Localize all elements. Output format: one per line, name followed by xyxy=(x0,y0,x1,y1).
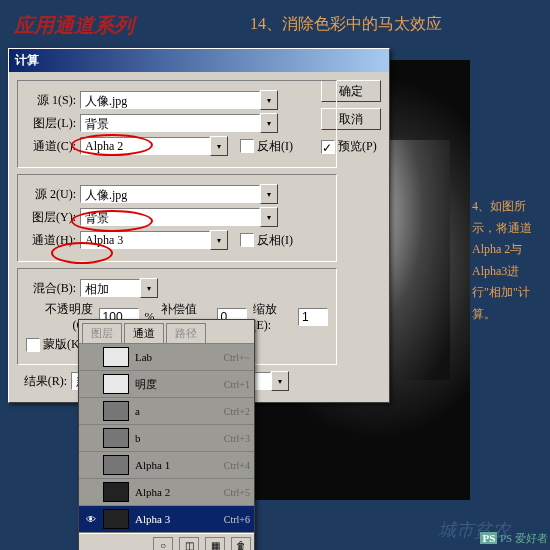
mask-checkbox[interactable] xyxy=(26,338,40,352)
new-channel-icon[interactable]: ▦ xyxy=(205,537,225,550)
tab-channels[interactable]: 通道 xyxy=(124,323,164,343)
channel-thumb xyxy=(103,482,129,502)
eye-icon[interactable] xyxy=(83,403,99,419)
source1-group: 源 1(S): 人像.jpg▾ 图层(L): 背景▾ 通道(C): Alpha … xyxy=(17,80,337,168)
channel-name: b xyxy=(135,432,224,444)
channel-shortcut: Ctrl+3 xyxy=(224,433,250,444)
eye-icon[interactable] xyxy=(83,484,99,500)
channel-item[interactable]: 👁Alpha 3Ctrl+6 xyxy=(79,506,254,533)
channel2-select[interactable]: Alpha 3 xyxy=(80,231,210,249)
invert1-checkbox[interactable] xyxy=(240,139,254,153)
channel-name: a xyxy=(135,405,224,417)
channel-item[interactable]: Alpha 1Ctrl+4 xyxy=(79,452,254,479)
eye-icon[interactable]: 👁 xyxy=(83,511,99,527)
eye-icon[interactable] xyxy=(83,430,99,446)
channel-item[interactable]: LabCtrl+~ xyxy=(79,344,254,371)
load-selection-icon[interactable]: ○ xyxy=(153,537,173,550)
chevron-down-icon[interactable]: ▾ xyxy=(260,90,278,110)
dialog-titlebar[interactable]: 计算 xyxy=(9,49,389,72)
channel-name: Lab xyxy=(135,351,223,363)
channel-shortcut: Ctrl+5 xyxy=(224,487,250,498)
side-note: 4、如图所示，将通道Alpha 2与Alpha3进行"相加"计算。 xyxy=(472,196,542,326)
tab-layers[interactable]: 图层 xyxy=(82,323,122,343)
chevron-down-icon[interactable]: ▾ xyxy=(260,113,278,133)
eye-icon[interactable] xyxy=(83,349,99,365)
source1-label: 源 1(S): xyxy=(26,92,76,109)
chevron-down-icon[interactable]: ▾ xyxy=(271,371,289,391)
channel-list: LabCtrl+~明度Ctrl+1aCtrl+2bCtrl+3Alpha 1Ct… xyxy=(79,344,254,533)
channel-item[interactable]: 明度Ctrl+1 xyxy=(79,371,254,398)
channel-item[interactable]: bCtrl+3 xyxy=(79,425,254,452)
channel-shortcut: Ctrl+4 xyxy=(224,460,250,471)
invert2-label: 反相(I) xyxy=(257,232,293,249)
channel1-select[interactable]: Alpha 2 xyxy=(80,137,210,155)
channel-item[interactable]: aCtrl+2 xyxy=(79,398,254,425)
series-title: 应用通道系列 xyxy=(14,12,134,39)
chevron-down-icon[interactable]: ▾ xyxy=(210,230,228,250)
blend-label: 混合(B): xyxy=(26,280,76,297)
channel-thumb xyxy=(103,455,129,475)
channel-name: Alpha 1 xyxy=(135,459,224,471)
logo-text: PS 爱好者 xyxy=(500,532,548,544)
channel-name: Alpha 3 xyxy=(135,513,224,525)
layer1-select[interactable]: 背景 xyxy=(80,114,260,132)
page-title: 14、消除色彩中的马太效应 xyxy=(250,14,442,35)
source2-label: 源 2(U): xyxy=(26,186,76,203)
channel-item[interactable]: Alpha 2Ctrl+5 xyxy=(79,479,254,506)
channel-shortcut: Ctrl+1 xyxy=(224,379,250,390)
source2-group: 源 2(U): 人像.jpg▾ 图层(Y): 背景▾ 通道(H): Alpha … xyxy=(17,174,337,262)
save-selection-icon[interactable]: ◫ xyxy=(179,537,199,550)
channel-thumb xyxy=(103,401,129,421)
eye-icon[interactable] xyxy=(83,376,99,392)
channel-thumb xyxy=(103,374,129,394)
channel-thumb xyxy=(103,428,129,448)
blend-select[interactable]: 相加 xyxy=(80,279,140,297)
result-label: 结果(R): xyxy=(17,373,67,390)
channel-shortcut: Ctrl+2 xyxy=(224,406,250,417)
chevron-down-icon[interactable]: ▾ xyxy=(140,278,158,298)
channel-name: Alpha 2 xyxy=(135,486,224,498)
channel-thumb xyxy=(103,347,129,367)
invert1-label: 反相(I) xyxy=(257,138,293,155)
layer1-label: 图层(L): xyxy=(26,115,76,132)
invert2-checkbox[interactable] xyxy=(240,233,254,247)
chevron-down-icon[interactable]: ▾ xyxy=(260,207,278,227)
channel2-label: 通道(H): xyxy=(26,232,76,249)
preview-label: 预览(P) xyxy=(338,138,377,155)
channel-name: 明度 xyxy=(135,377,224,392)
chevron-down-icon[interactable]: ▾ xyxy=(210,136,228,156)
source2-select[interactable]: 人像.jpg xyxy=(80,185,260,203)
channel-thumb xyxy=(103,509,129,529)
eye-icon[interactable] xyxy=(83,457,99,473)
layer2-select[interactable]: 背景 xyxy=(80,208,260,226)
tab-paths[interactable]: 路径 xyxy=(166,323,206,343)
channel-shortcut: Ctrl+~ xyxy=(223,352,250,363)
scale-input[interactable] xyxy=(298,308,328,326)
channel-shortcut: Ctrl+6 xyxy=(224,514,250,525)
chevron-down-icon[interactable]: ▾ xyxy=(260,184,278,204)
logo: PS PS 爱好者 xyxy=(480,531,548,546)
channel1-label: 通道(C): xyxy=(26,138,76,155)
channels-panel[interactable]: 图层 通道 路径 LabCtrl+~明度Ctrl+1aCtrl+2bCtrl+3… xyxy=(78,319,255,550)
delete-channel-icon[interactable]: 🗑 xyxy=(231,537,251,550)
scale-label: 缩放(E): xyxy=(253,301,292,333)
layer2-label: 图层(Y): xyxy=(26,209,76,226)
source1-select[interactable]: 人像.jpg xyxy=(80,91,260,109)
